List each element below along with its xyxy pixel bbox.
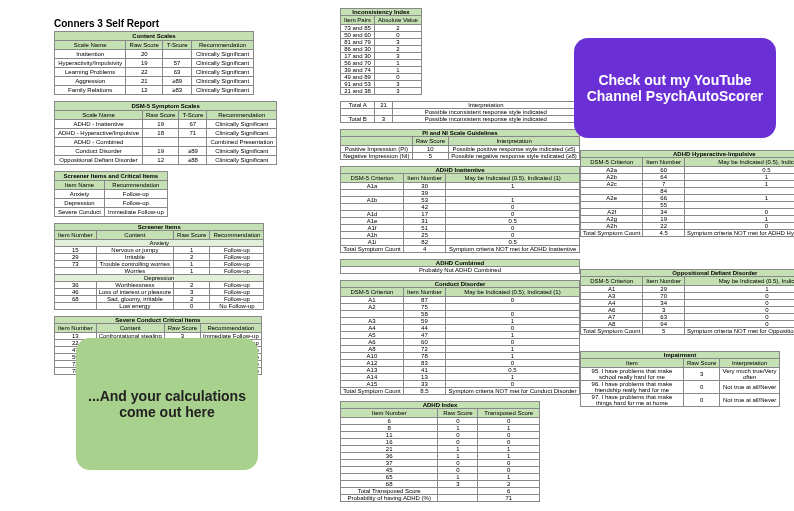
right-column: ADHD Hyperactive-Impulsive DSM-5 Criteri… [580, 150, 780, 413]
pi-ni-table: PI and NI Scale Guidelines Raw ScoreInte… [340, 129, 580, 160]
odd-table: Oppositional Defiant Disorder DSM-5 Crit… [580, 269, 794, 335]
page-title: Conners 3 Self Report [54, 18, 254, 29]
adhd-combined-table: ADHD Combined Probably Not ADHD Combined [340, 259, 580, 274]
conduct-disorder-table: Conduct Disorder DSM-5 CriterionItem Num… [340, 280, 580, 395]
inconsistency-totals: Total A21InterpretationPossible inconsis… [340, 101, 580, 123]
adhd-index-table: ADHD Index Item NumberRaw ScoreTranspose… [340, 401, 540, 502]
inconsistency-table: Inconsistency Index Item PairsAbsolute V… [340, 8, 422, 95]
youtube-callout: Check out my YouTube Channel PsychAutoSc… [574, 38, 776, 138]
adhd-inattentive-table: ADHD Inattentive DSM-5 CriterionItem Num… [340, 166, 580, 253]
content-scales-title: Content Scales [55, 32, 254, 41]
dsm5-table: DSM-5 Symptom Scales Scale NameRaw Score… [54, 101, 277, 165]
content-scales-table: Content Scales Scale NameRaw ScoreT-Scor… [54, 31, 254, 95]
left-column: Conners 3 Self Report Content Scales Sca… [54, 16, 254, 381]
screener-items-table: Screener Items Item NumberContentRaw Sco… [54, 223, 264, 310]
adhd-hi-table: ADHD Hyperactive-Impulsive DSM-5 Criteri… [580, 150, 794, 237]
results-callout: ...And your calculations come out here [76, 338, 258, 470]
impairment-table: Impairment ItemRaw ScoreInterpretation 9… [580, 351, 780, 407]
middle-column: Inconsistency Index Item PairsAbsolute V… [340, 8, 580, 508]
screener-summary-table: Screener Items and Critical Items Item N… [54, 171, 168, 217]
